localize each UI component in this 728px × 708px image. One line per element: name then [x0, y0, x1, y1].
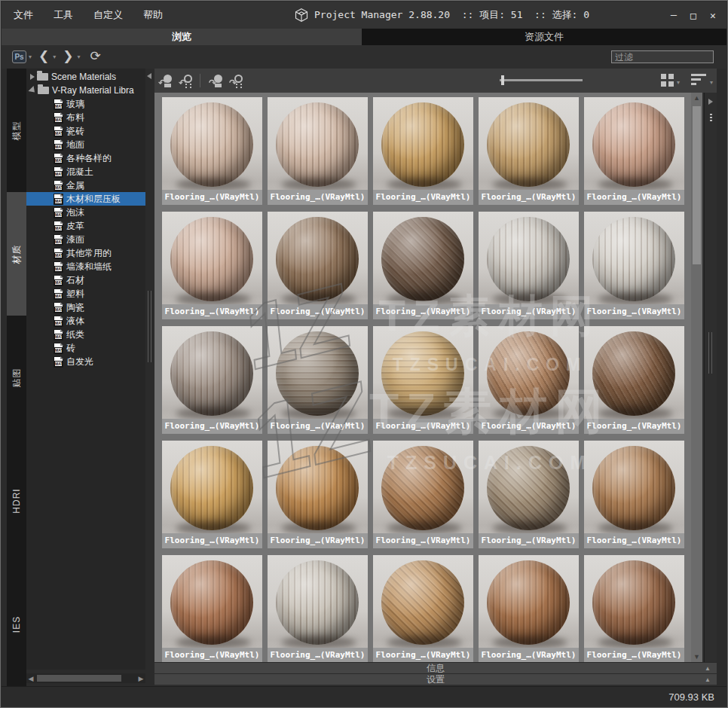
tree-item[interactable]: MAT 皮革 — [26, 219, 145, 233]
settings-rollout[interactable]: 设置 ▲ — [154, 673, 717, 685]
tab-materials[interactable]: 材质 — [7, 192, 26, 316]
tree-item[interactable]: MAT 各种各样的 — [26, 151, 145, 165]
forward-icon[interactable]: ❯ — [63, 48, 73, 64]
splitter-grip[interactable] — [708, 332, 712, 374]
minimize-button[interactable]: ─ — [668, 10, 680, 21]
material-thumbnail[interactable]: Flooring_…(VRayMtl) — [373, 441, 473, 548]
tree-item[interactable]: MAT 玻璃 — [26, 97, 145, 111]
tree-item[interactable]: MAT 金属 — [26, 179, 145, 192]
tree-item[interactable]: MAT 石材 — [26, 273, 145, 287]
material-thumbnail[interactable]: Flooring_…(VRayMtl) — [268, 212, 368, 319]
tab-asset-files[interactable]: 资源文件 — [362, 29, 726, 45]
material-thumbnail[interactable]: Flooring_…(VRayMtl) — [268, 326, 368, 434]
material-thumbnail[interactable]: Flooring_…(VRayMtl) — [373, 326, 473, 434]
scrollbar-thumb[interactable] — [693, 106, 701, 264]
material-thumbnail[interactable]: Flooring_…(VRayMtl) — [584, 212, 684, 319]
render-all-previews-icon[interactable]: ↷ — [179, 73, 195, 88]
chevron-down-icon[interactable]: ▾ — [78, 53, 81, 60]
tree-item[interactable]: V-Ray Material Libra — [26, 84, 145, 97]
menu-tools[interactable]: 工具 — [54, 8, 73, 22]
grid-vertical-scrollbar[interactable]: ▲ ▼ — [691, 93, 702, 662]
photoshop-badge-icon[interactable]: Ps — [12, 50, 26, 63]
grid-view-icon[interactable] — [661, 74, 674, 87]
tree-item[interactable]: MAT 陶瓷 — [26, 301, 145, 314]
tab-hdri[interactable]: HDRI — [7, 439, 26, 563]
material-thumbnail[interactable]: Flooring_…(VRayMtl) — [162, 555, 262, 662]
tree-item[interactable]: MAT 自发光 — [26, 355, 145, 368]
material-thumbnail[interactable]: Flooring_…(VRayMtl) — [373, 212, 473, 319]
tree-horizontal-scrollbar[interactable]: ◀ ▶ — [26, 673, 145, 683]
material-thumbnail[interactable]: Flooring_…(VRayMtl) — [268, 441, 368, 548]
tree-item[interactable]: Scene Materials — [26, 70, 145, 84]
render-preview-icon[interactable]: ↷ — [158, 73, 175, 88]
chevron-down-icon[interactable]: ▾ — [29, 53, 32, 60]
scrollbar-thumb[interactable] — [37, 675, 121, 682]
scroll-up-icon[interactable]: ▲ — [691, 93, 702, 103]
material-thumbnail[interactable]: Flooring_…(VRayMtl) — [268, 97, 368, 205]
tab-maps[interactable]: 贴图 — [7, 316, 26, 439]
tab-ies[interactable]: IES — [7, 563, 26, 686]
chevron-down-icon[interactable]: ▾ — [710, 79, 713, 86]
tree-item[interactable]: MAT 混凝土 — [26, 165, 145, 179]
material-thumbnail[interactable]: Flooring_…(VRayMtl) — [373, 555, 473, 662]
material-thumbnail[interactable]: Flooring_…(VRayMtl) — [162, 97, 262, 205]
tree-item[interactable]: MAT 木材和层压板 — [26, 192, 145, 206]
tree-item[interactable]: MAT 布料 — [26, 111, 145, 124]
menu-help[interactable]: 帮助 — [143, 8, 163, 22]
tree-item[interactable]: MAT 纸类 — [26, 328, 145, 341]
import-material-icon[interactable]: ↶ — [209, 73, 225, 88]
rollout-arrow-icon[interactable]: ▲ — [705, 677, 711, 683]
material-thumbnail[interactable]: Flooring_…(VRayMtl) — [584, 326, 684, 434]
refresh-icon[interactable]: ⟳ — [90, 48, 101, 64]
tree-item[interactable]: MAT 液体 — [26, 314, 145, 328]
tree-item[interactable]: MAT 瓷砖 — [26, 124, 145, 138]
material-thumbnail[interactable]: Flooring_…(VRayMtl) — [373, 97, 473, 205]
material-thumbnail[interactable]: Flooring_…(VRayMtl) — [268, 555, 368, 662]
scroll-left-icon[interactable]: ◀ — [26, 675, 35, 682]
tree-item[interactable]: MAT 地面 — [26, 138, 145, 151]
chevron-down-icon[interactable]: ▾ — [53, 53, 56, 60]
material-thumbnail[interactable]: Flooring_…(VRayMtl) — [479, 326, 579, 434]
tree-item[interactable]: MAT 墙漆和墙纸 — [26, 260, 145, 273]
back-icon[interactable]: ❮ — [38, 48, 49, 64]
tree-item[interactable]: MAT 砖 — [26, 341, 145, 355]
sort-order-icon[interactable] — [691, 74, 706, 86]
filter-input[interactable] — [611, 50, 714, 63]
tree-item[interactable]: MAT 其他常用的 — [26, 246, 145, 260]
material-thumbnail[interactable]: Flooring_…(VRayMtl) — [162, 326, 262, 434]
material-thumbnail[interactable]: Flooring_…(VRayMtl) — [479, 441, 579, 548]
maximize-button[interactable]: □ — [687, 10, 699, 21]
tab-models[interactable]: 模型 — [7, 69, 26, 192]
material-thumbnail[interactable]: Flooring_…(VRayMtl) — [162, 441, 262, 548]
expand-arrow-icon[interactable] — [30, 74, 35, 80]
material-thumbnail[interactable]: Flooring_…(VRayMtl) — [584, 441, 684, 548]
material-thumbnail[interactable]: Flooring_…(VRayMtl) — [162, 212, 262, 319]
splitter-grip[interactable] — [148, 291, 151, 362]
tree-item[interactable]: MAT 漆面 — [26, 233, 145, 246]
material-thumbnail[interactable]: Flooring_…(VRayMtl) — [479, 212, 579, 319]
expand-arrow-icon[interactable] — [28, 86, 37, 95]
import-all-materials-icon[interactable]: ↶ — [229, 73, 246, 88]
rollout-arrow-icon[interactable]: ▲ — [705, 666, 711, 672]
chevron-down-icon[interactable]: ▾ — [677, 79, 680, 86]
thumbnail-size-slider[interactable] — [500, 79, 583, 81]
material-thumbnail[interactable]: Flooring_…(VRayMtl) — [479, 97, 579, 205]
material-thumbnail[interactable]: Flooring_…(VRayMtl) — [479, 555, 579, 662]
menu-customize[interactable]: 自定义 — [93, 8, 123, 22]
collapse-left-icon[interactable] — [147, 73, 151, 79]
scrollbar-track[interactable] — [35, 675, 136, 682]
material-thumbnail[interactable]: Flooring_…(VRayMtl) — [584, 555, 684, 662]
tab-browse[interactable]: 浏览 — [2, 29, 362, 45]
scroll-right-icon[interactable]: ▶ — [136, 675, 145, 682]
sphere-shadow — [492, 407, 567, 420]
info-rollout[interactable]: 信息 ▲ — [154, 662, 717, 673]
scroll-down-icon[interactable]: ▼ — [691, 652, 702, 662]
menu-file[interactable]: 文件 — [14, 8, 33, 22]
slider-thumb[interactable] — [501, 75, 504, 85]
close-button[interactable]: ✕ — [707, 10, 719, 21]
tree-item[interactable]: MAT 塑料 — [26, 287, 145, 301]
tree-item[interactable]: MAT 泡沫 — [26, 206, 145, 219]
expand-right-icon[interactable] — [708, 99, 713, 105]
tree-splitter[interactable] — [145, 69, 154, 686]
material-thumbnail[interactable]: Flooring_…(VRayMtl) — [584, 97, 684, 205]
